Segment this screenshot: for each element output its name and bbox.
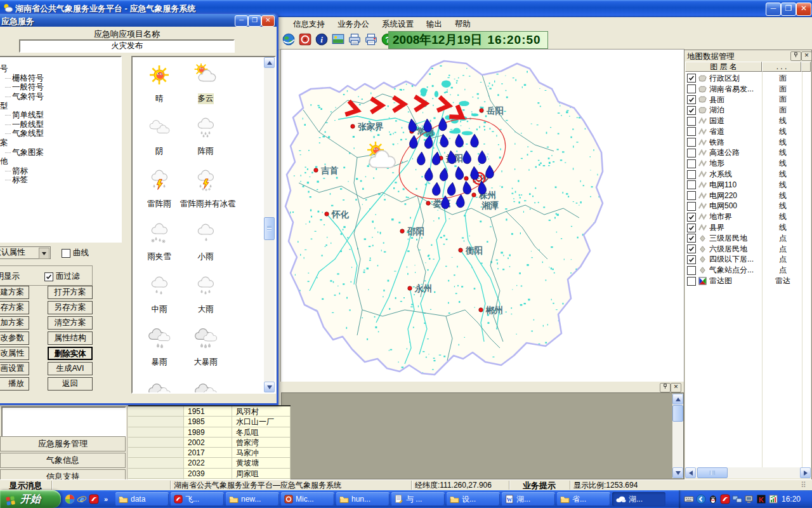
network-icon[interactable] [732, 494, 742, 504]
task-button-4[interactable]: hun... [336, 492, 390, 506]
task-button-5[interactable]: 与 ... [391, 492, 445, 506]
tree-item[interactable]: 栅格符号 [0, 74, 121, 83]
layer-checkbox[interactable] [687, 202, 696, 211]
curve-checkbox-row[interactable]: 曲线 [60, 248, 89, 258]
layer-row[interactable]: 高速公路 线 [685, 148, 811, 159]
table-row[interactable]: 1989 冬瓜咀 [128, 427, 291, 438]
print2-icon[interactable] [364, 32, 378, 46]
kaspersky-icon[interactable]: K [756, 494, 766, 504]
tree-item[interactable]: 他 [0, 157, 121, 166]
print-icon[interactable] [348, 32, 362, 46]
layer-checkbox[interactable] [687, 74, 696, 83]
dialog-right-button-0[interactable]: 打开方案 [48, 286, 93, 299]
face-filter-checkbox-row[interactable]: 面过滤 [43, 271, 80, 282]
default-attr-dropdown[interactable]: 改默认属性 [0, 246, 51, 259]
layer-row[interactable]: 电网500 线 [685, 201, 811, 212]
tree-item[interactable]: 型 [0, 101, 121, 110]
scroll-down-icon[interactable] [672, 467, 683, 478]
task-button-9[interactable]: 湖... [612, 492, 665, 506]
dialog-right-button-5[interactable]: 生成AVI [48, 362, 93, 375]
layer-checkbox[interactable] [687, 117, 696, 126]
device-icon[interactable] [744, 494, 754, 504]
start-button[interactable]: 开始 [0, 490, 61, 508]
layer-checkbox[interactable] [687, 266, 696, 275]
task-button-6[interactable]: 设... [447, 492, 500, 506]
menu-item-1[interactable]: 业务办公 [331, 18, 376, 30]
layer-checkbox[interactable] [687, 95, 696, 104]
launcher-icon[interactable] [65, 494, 75, 504]
weather-item-thunder-hail[interactable]: 雷阵雨并有冰雹 [180, 169, 231, 210]
tree-item[interactable]: 一般符号 [0, 83, 121, 92]
weather-scrollbar[interactable] [264, 57, 275, 392]
dialog-restore-button[interactable]: ❐ [248, 15, 261, 27]
layer-checkbox[interactable] [687, 159, 696, 168]
dialog-right-button-4[interactable]: 删除实体 [48, 347, 93, 360]
column-header-partial[interactable] [801, 62, 811, 72]
table-row[interactable]: 2039 周家咀 [128, 469, 291, 479]
layer-row[interactable]: 县面 面 [685, 95, 811, 105]
layer-row[interactable]: 六级居民地 点 [685, 244, 811, 255]
menu-item-4[interactable]: 帮助 [449, 18, 477, 30]
menu-item-2[interactable]: 系统设置 [376, 18, 420, 30]
layers-hscroll-thumb[interactable] [697, 467, 728, 478]
weather-item-rain-small[interactable]: 小雨 [180, 222, 231, 262]
task-button-0[interactable]: data [115, 492, 169, 506]
layer-row[interactable]: 湖南省易发... 面 [685, 84, 811, 95]
tree-item[interactable]: 箭标 [0, 166, 121, 176]
left-panel-button-1[interactable]: 气象信息 [0, 453, 126, 468]
tree-item[interactable]: 号 [0, 64, 121, 74]
layer-row[interactable]: 三级居民地 点 [685, 233, 811, 244]
table-row[interactable]: 2002 曾家湾 [128, 438, 291, 448]
tree-item[interactable]: 气象图案 [0, 147, 121, 157]
map-canvas[interactable]: 张家界岳阳常德益阳吉首长沙娄底株州湘潭怀化邵阳衡阳永州郴州 [281, 50, 684, 381]
chevron-expand-icon[interactable]: » [101, 494, 111, 504]
tree-item[interactable]: 简单线型 [0, 110, 121, 120]
info-icon[interactable]: i [315, 32, 329, 46]
layer-row[interactable]: 县界 线 [685, 222, 811, 233]
dialog-left-button-6[interactable]: 播放 [0, 377, 29, 391]
dialog-titlebar[interactable]: 应急服务 ─ ❐ ✕ [0, 14, 277, 27]
weather-scroll-thumb[interactable] [264, 217, 275, 240]
ie-icon[interactable]: e [77, 494, 87, 504]
close-icon[interactable]: ✕ [671, 383, 681, 392]
layer-checkbox[interactable] [687, 180, 696, 189]
lang-icon[interactable] [696, 494, 706, 504]
dialog-close-button[interactable]: ✕ [261, 15, 275, 27]
dialog-left-button-1[interactable]: 存方案 [0, 301, 29, 314]
weather-item-thunder[interactable]: 雷阵雨 [134, 169, 185, 210]
close-icon[interactable]: ✕ [801, 51, 812, 61]
layer-checkbox[interactable] [687, 234, 696, 243]
station-table[interactable]: 1951 凤羽村 1985 水口山一厂 1989 冬瓜咀 2002 曾家湾 20… [128, 405, 291, 479]
layer-checkbox[interactable] [687, 244, 696, 253]
tree-item[interactable]: 案 [0, 138, 121, 148]
dialog-left-button-2[interactable]: 加方案 [0, 316, 29, 330]
close-button[interactable]: ✕ [796, 3, 811, 16]
menu-item-0[interactable]: 信息支持 [287, 18, 331, 30]
scroll-right-icon[interactable] [800, 467, 811, 478]
tree-item[interactable]: 气象符号 [0, 92, 121, 102]
layer-row[interactable]: 四级以下居... 点 [685, 255, 811, 265]
weather-item-storm-part[interactable] [180, 380, 231, 394]
layer-row[interactable]: 电网110 线 [685, 180, 811, 190]
layer-checkbox[interactable] [687, 149, 696, 157]
weather-item-sleet[interactable]: 雨夹雪 [134, 222, 185, 262]
pin-icon[interactable] [790, 51, 801, 61]
scroll-up-icon[interactable] [672, 394, 683, 404]
tree-item[interactable]: 标签 [0, 175, 121, 185]
layer-checkbox[interactable] [687, 106, 696, 115]
tree-item[interactable]: 一般线型 [0, 120, 121, 130]
restore-button[interactable]: ❐ [781, 3, 796, 16]
weather-item-rain-mid[interactable]: 中雨 [134, 274, 185, 315]
tree-item[interactable]: 气象线型 [0, 129, 121, 138]
layer-row[interactable]: 地市界 线 [685, 211, 811, 222]
dialog-left-button-4[interactable]: 改属性 [0, 347, 29, 360]
qq-icon[interactable] [708, 494, 718, 504]
chevron-down-icon[interactable] [39, 248, 49, 259]
minimize-button[interactable]: ─ [766, 3, 781, 16]
left-panel-button-0[interactable]: 应急服务管理 [0, 436, 126, 451]
chart-icon[interactable] [768, 494, 778, 504]
layer-row[interactable]: 铁路 线 [685, 137, 811, 148]
layer-row[interactable]: 行政区划 面 [685, 73, 811, 84]
dialog-left-button-5[interactable]: 画设置 [0, 362, 29, 375]
task-button-2[interactable]: new... [226, 492, 279, 506]
